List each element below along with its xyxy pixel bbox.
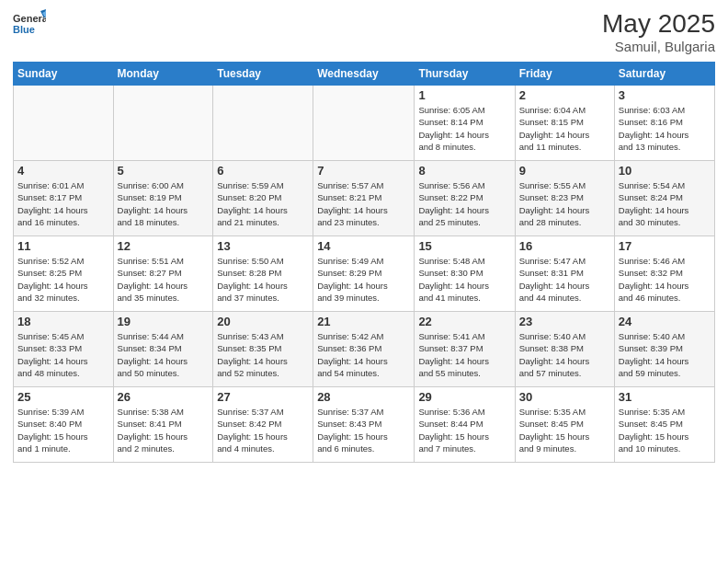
calendar-cell: 16Sunrise: 5:47 AM Sunset: 8:31 PM Dayli… bbox=[515, 236, 614, 312]
day-info: Sunrise: 5:56 AM Sunset: 8:22 PM Dayligh… bbox=[418, 179, 510, 228]
day-info: Sunrise: 5:43 AM Sunset: 8:35 PM Dayligh… bbox=[217, 330, 309, 379]
day-info: Sunrise: 5:46 AM Sunset: 8:32 PM Dayligh… bbox=[619, 255, 711, 304]
calendar-cell: 13Sunrise: 5:50 AM Sunset: 8:28 PM Dayli… bbox=[213, 236, 313, 312]
day-number: 25 bbox=[17, 390, 109, 404]
calendar-cell: 26Sunrise: 5:38 AM Sunset: 8:41 PM Dayli… bbox=[113, 387, 213, 463]
day-number: 2 bbox=[519, 88, 610, 102]
logo-svg: General Blue bbox=[13, 9, 46, 42]
calendar-cell: 30Sunrise: 5:35 AM Sunset: 8:45 PM Dayli… bbox=[515, 387, 614, 463]
day-number: 31 bbox=[619, 390, 711, 404]
day-number: 16 bbox=[519, 239, 610, 253]
day-number: 11 bbox=[17, 239, 109, 253]
calendar-cell: 1Sunrise: 6:05 AM Sunset: 8:14 PM Daylig… bbox=[415, 86, 515, 161]
day-info: Sunrise: 6:00 AM Sunset: 8:19 PM Dayligh… bbox=[118, 179, 210, 228]
day-info: Sunrise: 5:40 AM Sunset: 8:39 PM Dayligh… bbox=[619, 330, 711, 379]
day-info: Sunrise: 5:44 AM Sunset: 8:34 PM Dayligh… bbox=[118, 330, 210, 379]
day-info: Sunrise: 5:51 AM Sunset: 8:27 PM Dayligh… bbox=[118, 255, 210, 304]
day-number: 18 bbox=[17, 315, 109, 328]
day-info: Sunrise: 5:45 AM Sunset: 8:33 PM Dayligh… bbox=[17, 330, 109, 379]
day-number: 22 bbox=[418, 315, 510, 328]
calendar-cell: 12Sunrise: 5:51 AM Sunset: 8:27 PM Dayli… bbox=[113, 236, 213, 312]
col-tuesday: Tuesday bbox=[213, 63, 313, 86]
header: General Blue May 2025 Samuil, Bulgaria bbox=[13, 9, 715, 54]
day-number: 20 bbox=[217, 315, 309, 328]
calendar-cell: 22Sunrise: 5:41 AM Sunset: 8:37 PM Dayli… bbox=[415, 312, 515, 387]
page-container: General Blue May 2025 Samuil, Bulgaria S… bbox=[0, 0, 728, 563]
calendar-cell: 6Sunrise: 5:59 AM Sunset: 8:20 PM Daylig… bbox=[213, 161, 313, 236]
day-info: Sunrise: 5:35 AM Sunset: 8:45 PM Dayligh… bbox=[619, 406, 711, 454]
day-info: Sunrise: 5:39 AM Sunset: 8:40 PM Dayligh… bbox=[17, 406, 109, 454]
day-number: 1 bbox=[418, 88, 510, 102]
col-friday: Friday bbox=[515, 63, 614, 86]
svg-text:Blue: Blue bbox=[13, 24, 35, 35]
calendar-cell: 14Sunrise: 5:49 AM Sunset: 8:29 PM Dayli… bbox=[313, 236, 415, 312]
calendar-cell: 7Sunrise: 5:57 AM Sunset: 8:21 PM Daylig… bbox=[313, 161, 415, 236]
logo: General Blue bbox=[13, 9, 46, 42]
day-info: Sunrise: 5:38 AM Sunset: 8:41 PM Dayligh… bbox=[118, 406, 210, 454]
day-number: 29 bbox=[418, 390, 510, 404]
calendar-cell: 8Sunrise: 5:56 AM Sunset: 8:22 PM Daylig… bbox=[415, 161, 515, 236]
month-year: May 2025 bbox=[602, 9, 715, 39]
calendar-cell: 27Sunrise: 5:37 AM Sunset: 8:42 PM Dayli… bbox=[213, 387, 313, 463]
calendar-cell: 19Sunrise: 5:44 AM Sunset: 8:34 PM Dayli… bbox=[113, 312, 213, 387]
title-area: May 2025 Samuil, Bulgaria bbox=[602, 9, 715, 54]
day-info: Sunrise: 5:59 AM Sunset: 8:20 PM Dayligh… bbox=[217, 179, 309, 228]
day-info: Sunrise: 5:48 AM Sunset: 8:30 PM Dayligh… bbox=[418, 255, 510, 304]
day-info: Sunrise: 5:57 AM Sunset: 8:21 PM Dayligh… bbox=[317, 179, 410, 228]
day-info: Sunrise: 5:40 AM Sunset: 8:38 PM Dayligh… bbox=[519, 330, 610, 379]
calendar-cell: 21Sunrise: 5:42 AM Sunset: 8:36 PM Dayli… bbox=[313, 312, 415, 387]
calendar-cell: 23Sunrise: 5:40 AM Sunset: 8:38 PM Dayli… bbox=[515, 312, 614, 387]
calendar-cell bbox=[213, 86, 313, 161]
calendar-cell: 24Sunrise: 5:40 AM Sunset: 8:39 PM Dayli… bbox=[614, 312, 714, 387]
day-number: 26 bbox=[118, 390, 210, 404]
day-info: Sunrise: 5:36 AM Sunset: 8:44 PM Dayligh… bbox=[418, 406, 510, 454]
calendar-week-row: 4Sunrise: 6:01 AM Sunset: 8:17 PM Daylig… bbox=[14, 161, 715, 236]
calendar-cell: 5Sunrise: 6:00 AM Sunset: 8:19 PM Daylig… bbox=[113, 161, 213, 236]
day-info: Sunrise: 5:37 AM Sunset: 8:43 PM Dayligh… bbox=[317, 406, 410, 454]
calendar-week-row: 11Sunrise: 5:52 AM Sunset: 8:25 PM Dayli… bbox=[14, 236, 715, 312]
day-number: 5 bbox=[118, 164, 210, 178]
calendar-cell: 17Sunrise: 5:46 AM Sunset: 8:32 PM Dayli… bbox=[614, 236, 714, 312]
calendar-cell: 10Sunrise: 5:54 AM Sunset: 8:24 PM Dayli… bbox=[614, 161, 714, 236]
calendar-cell: 9Sunrise: 5:55 AM Sunset: 8:23 PM Daylig… bbox=[515, 161, 614, 236]
calendar: Sunday Monday Tuesday Wednesday Thursday… bbox=[13, 62, 715, 463]
calendar-cell bbox=[313, 86, 415, 161]
calendar-cell bbox=[113, 86, 213, 161]
calendar-cell: 18Sunrise: 5:45 AM Sunset: 8:33 PM Dayli… bbox=[14, 312, 114, 387]
col-sunday: Sunday bbox=[14, 63, 114, 86]
day-number: 8 bbox=[418, 164, 510, 178]
day-number: 14 bbox=[317, 239, 410, 253]
calendar-cell: 4Sunrise: 6:01 AM Sunset: 8:17 PM Daylig… bbox=[14, 161, 114, 236]
day-number: 19 bbox=[118, 315, 210, 328]
calendar-cell: 15Sunrise: 5:48 AM Sunset: 8:30 PM Dayli… bbox=[415, 236, 515, 312]
calendar-cell: 20Sunrise: 5:43 AM Sunset: 8:35 PM Dayli… bbox=[213, 312, 313, 387]
day-number: 6 bbox=[217, 164, 309, 178]
col-monday: Monday bbox=[113, 63, 213, 86]
calendar-week-row: 25Sunrise: 5:39 AM Sunset: 8:40 PM Dayli… bbox=[14, 387, 715, 463]
day-info: Sunrise: 5:50 AM Sunset: 8:28 PM Dayligh… bbox=[217, 255, 309, 304]
calendar-cell: 2Sunrise: 6:04 AM Sunset: 8:15 PM Daylig… bbox=[515, 86, 614, 161]
day-number: 27 bbox=[217, 390, 309, 404]
day-info: Sunrise: 5:42 AM Sunset: 8:36 PM Dayligh… bbox=[317, 330, 410, 379]
col-saturday: Saturday bbox=[614, 63, 714, 86]
col-thursday: Thursday bbox=[415, 63, 515, 86]
calendar-cell: 25Sunrise: 5:39 AM Sunset: 8:40 PM Dayli… bbox=[14, 387, 114, 463]
day-number: 12 bbox=[118, 239, 210, 253]
day-number: 24 bbox=[619, 315, 711, 328]
day-number: 28 bbox=[317, 390, 410, 404]
day-number: 15 bbox=[418, 239, 510, 253]
day-number: 10 bbox=[619, 164, 711, 178]
day-number: 30 bbox=[519, 390, 610, 404]
day-info: Sunrise: 5:54 AM Sunset: 8:24 PM Dayligh… bbox=[619, 179, 711, 228]
day-info: Sunrise: 5:47 AM Sunset: 8:31 PM Dayligh… bbox=[519, 255, 610, 304]
day-info: Sunrise: 5:37 AM Sunset: 8:42 PM Dayligh… bbox=[217, 406, 309, 454]
day-number: 4 bbox=[17, 164, 109, 178]
day-info: Sunrise: 5:49 AM Sunset: 8:29 PM Dayligh… bbox=[317, 255, 410, 304]
day-info: Sunrise: 5:55 AM Sunset: 8:23 PM Dayligh… bbox=[519, 179, 610, 228]
calendar-week-row: 18Sunrise: 5:45 AM Sunset: 8:33 PM Dayli… bbox=[14, 312, 715, 387]
day-info: Sunrise: 6:03 AM Sunset: 8:16 PM Dayligh… bbox=[619, 104, 711, 153]
day-info: Sunrise: 5:35 AM Sunset: 8:45 PM Dayligh… bbox=[519, 406, 610, 454]
calendar-cell bbox=[14, 86, 114, 161]
day-info: Sunrise: 6:04 AM Sunset: 8:15 PM Dayligh… bbox=[519, 104, 610, 153]
location: Samuil, Bulgaria bbox=[602, 39, 715, 54]
